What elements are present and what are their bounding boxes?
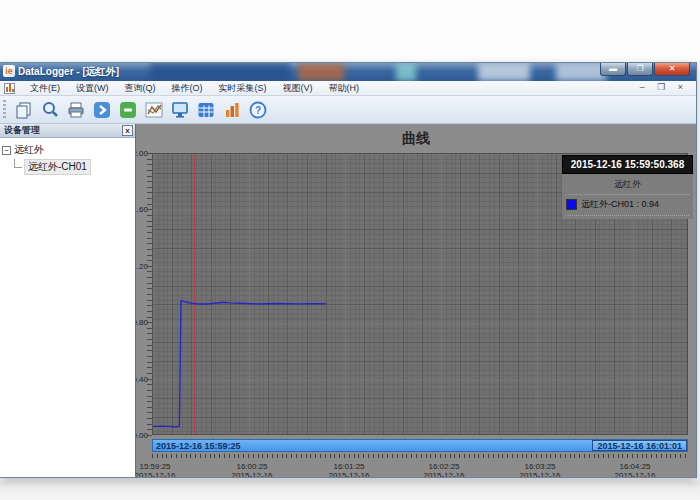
monitor-icon[interactable] (167, 98, 193, 122)
maximize-button[interactable]: ❐ (627, 63, 653, 76)
data-table-icon[interactable] (193, 98, 219, 122)
window-title: DataLogger - [远红外] (18, 65, 119, 79)
x-tick-label: 15:59:252015-12-16 (136, 462, 175, 477)
tooltip-timestamp: 2015-12-16 15:59:50.368 (562, 155, 693, 174)
collapse-icon[interactable]: − (2, 146, 11, 155)
y-tick-label: 0.80 (136, 318, 148, 327)
chart-panel: 曲线 2.00 1.60 1.20 0.80 0.40 0.00 2015-12… (136, 124, 696, 477)
series-line (153, 301, 326, 427)
glass-reflection (396, 63, 416, 81)
series-color-swatch (566, 199, 577, 210)
bar-chart-icon[interactable] (219, 98, 245, 122)
x-tick-label: 16:04:252015-12-16 (615, 462, 656, 477)
close-button[interactable]: ✕ (654, 63, 690, 76)
menu-settings[interactable]: 设置(W) (68, 81, 117, 96)
y-tick-label: 0.00 (136, 431, 148, 440)
menu-realtime-capture[interactable]: 实时采集(S) (211, 81, 275, 96)
panel-close-icon[interactable]: x (122, 125, 133, 136)
menu-operation[interactable]: 操作(O) (164, 81, 211, 96)
tree-root-label: 远红外 (14, 143, 44, 157)
menu-view[interactable]: 视图(V) (275, 81, 321, 96)
tooltip-series-value: 远红外-CH01 : 0.94 (581, 198, 659, 211)
menubar: 文件(E) 设置(W) 查询(Q) 操作(O) 实时采集(S) 视图(V) 帮助… (0, 81, 696, 96)
x-tick-label: 16:00:252015-12-16 (232, 462, 273, 477)
device-panel: 设备管理 x − 远红外 远红外-CH01 (0, 124, 136, 477)
time-range-scrollbar[interactable]: 2015-12-16 15:59:25 2015-12-16 16:01:01 (152, 439, 688, 452)
y-tick-label: 2.00 (136, 149, 148, 158)
range-start-label: 2015-12-16 15:59:25 (156, 441, 241, 451)
tooltip-group-label: 远红外 (566, 176, 689, 195)
tree-connector (14, 159, 22, 168)
menu-file[interactable]: 文件(E) (22, 81, 68, 96)
mdi-window-controls[interactable]: – ❐ × (640, 82, 688, 92)
svg-text:?: ? (255, 105, 261, 116)
app-icon: ie (3, 65, 15, 77)
play-arrow-icon[interactable] (89, 98, 115, 122)
stop-green-icon[interactable] (115, 98, 141, 122)
device-panel-title: 设备管理 (4, 124, 40, 137)
copy-pages-icon[interactable] (11, 98, 37, 122)
tree-child-label: 远红外-CH01 (24, 159, 91, 175)
x-tick-label: 16:02:252015-12-16 (424, 462, 465, 477)
mdi-document-icon (4, 83, 15, 94)
tree-node-root[interactable]: − 远红外 (2, 142, 133, 158)
range-end-label[interactable]: 2015-12-16 16:01:01 (592, 440, 687, 451)
glass-reflection (298, 63, 344, 81)
print-icon[interactable] (63, 98, 89, 122)
glass-reflection (478, 63, 530, 81)
x-tick-label: 16:03:252015-12-16 (520, 462, 561, 477)
minimize-button[interactable]: ▬ (600, 63, 626, 76)
curve-chart-icon[interactable] (141, 98, 167, 122)
toolbar-grip (3, 100, 6, 120)
tree-node-channel[interactable]: 远红外-CH01 (14, 159, 133, 175)
x-axis-minor-ticks (152, 454, 688, 458)
glass-reflection (150, 63, 290, 81)
titlebar: ie DataLogger - [远红外] ▬ ❐ ✕ (0, 63, 696, 81)
menu-query[interactable]: 查询(Q) (117, 81, 164, 96)
y-tick-label: 1.20 (136, 262, 148, 271)
device-panel-header: 设备管理 x (0, 124, 135, 138)
search-icon[interactable] (37, 98, 63, 122)
y-tick-label: 1.60 (136, 205, 148, 214)
tooltip-series-entry: 远红外-CH01 : 0.94 (566, 195, 689, 216)
toolbar: ? (0, 96, 696, 124)
x-tick-label: 16:01:252015-12-16 (329, 462, 370, 477)
cursor-tooltip: 2015-12-16 15:59:50.368 远红外 远红外-CH01 : 0… (562, 155, 693, 219)
help-icon[interactable]: ? (245, 98, 271, 122)
device-tree: − 远红外 远红外-CH01 (0, 138, 135, 179)
chart-title: 曲线 (136, 130, 696, 148)
menu-help[interactable]: 帮助(H) (321, 81, 368, 96)
app-window: ie DataLogger - [远红外] ▬ ❐ ✕ 文件(E) 设置(W) … (0, 62, 697, 478)
y-tick-label: 0.40 (136, 375, 148, 384)
